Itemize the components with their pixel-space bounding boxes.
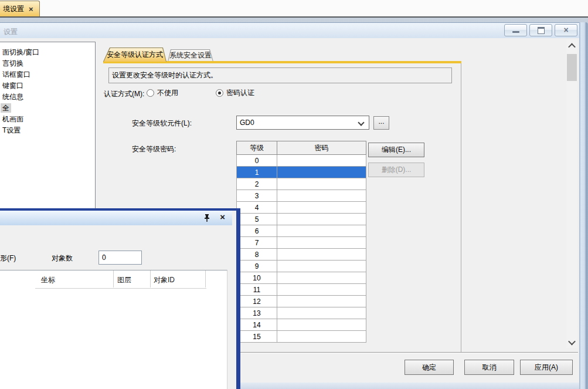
tab-label: 安全等级认证方式 xyxy=(107,50,163,60)
object-list-panel: × 形(F) 对象数 0 坐标 图层 对象ID xyxy=(0,208,240,389)
scrollbar-vertical[interactable] xyxy=(566,40,577,348)
password-table-row[interactable]: 15 xyxy=(237,331,366,343)
tab-system-security[interactable]: 系统安全设置 xyxy=(168,49,213,62)
dialog-titlebar: 设置 xyxy=(0,22,579,39)
chevron-up-icon xyxy=(568,43,576,50)
edit-button[interactable]: 编辑(E)... xyxy=(368,143,424,157)
column-header-level: 等级 xyxy=(237,141,277,155)
screen: 境设置 × 设置 × 面切换/窗口言切换话框窗口键窗口统信息全机画面T设置 安全… xyxy=(0,0,588,389)
radio-label: 不使用 xyxy=(157,88,178,98)
restore-button[interactable] xyxy=(529,24,552,36)
minimize-icon xyxy=(512,31,519,33)
column-header-object-id: 对象ID xyxy=(154,275,175,285)
scroll-up-button[interactable] xyxy=(566,40,577,52)
sidebar-item-label: 统信息 xyxy=(1,92,25,102)
sidebar-item-label: T设置 xyxy=(1,126,22,135)
column-divider xyxy=(205,270,206,287)
sidebar-item[interactable]: 统信息 xyxy=(0,92,95,103)
sidebar-item[interactable]: 键窗口 xyxy=(0,80,95,92)
table-header-row: 等级 密码 xyxy=(237,141,366,155)
document-tab-label: 境设置 xyxy=(3,4,24,14)
column-header-password: 密码 xyxy=(277,141,366,155)
tab-close-icon[interactable]: × xyxy=(29,5,33,13)
radio-label: 密码认证 xyxy=(226,88,254,98)
pin-icon[interactable] xyxy=(204,214,210,222)
object-count-field[interactable]: 0 xyxy=(98,251,142,265)
password-table-row[interactable]: 2 xyxy=(237,178,366,190)
password-table-row[interactable]: 4 xyxy=(237,202,366,214)
scroll-down-button[interactable] xyxy=(566,336,577,348)
password-table-row[interactable]: 14 xyxy=(237,319,366,331)
panel-close-icon[interactable]: × xyxy=(220,212,225,221)
password-table-row[interactable]: 3 xyxy=(237,190,366,202)
sidebar-item[interactable]: T设置 xyxy=(0,125,95,136)
header-underline xyxy=(35,288,206,289)
restore-icon xyxy=(538,27,545,34)
scrollbar-thumb[interactable] xyxy=(567,54,577,81)
window-title: 设置 xyxy=(4,27,18,37)
password-table-row[interactable]: 7 xyxy=(237,237,366,249)
panel-titlebar[interactable]: × xyxy=(0,211,232,225)
password-table-row[interactable]: 8 xyxy=(237,249,366,261)
radio-not-used[interactable]: 不使用 xyxy=(147,88,178,98)
sidebar-item[interactable]: 全 xyxy=(0,103,95,114)
cancel-button[interactable]: 取消 xyxy=(464,360,514,375)
sidebar-item[interactable]: 言切换 xyxy=(0,58,95,69)
radio-icon xyxy=(216,89,223,97)
sidebar-item-label: 言切换 xyxy=(1,59,25,68)
password-table-row[interactable]: 11 xyxy=(237,284,366,296)
password-table-row[interactable]: 1 xyxy=(237,167,366,178)
chevron-down-icon xyxy=(568,337,576,345)
password-level-table: 等级 密码 0 1 2 3 4 5 6 7 8 9 10 11 12 13 14… xyxy=(236,141,366,343)
password-table-row[interactable]: 9 xyxy=(237,261,366,272)
password-table-row[interactable]: 12 xyxy=(237,296,366,307)
password-table-row[interactable]: 5 xyxy=(237,214,366,225)
figure-label: 形(F) xyxy=(0,253,16,263)
sidebar-item-label: 全 xyxy=(1,103,11,113)
sidebar-item[interactable]: 话框窗口 xyxy=(0,69,95,80)
auth-method-label: 认证方式(M): xyxy=(104,89,144,99)
combobox-value: GD0 xyxy=(240,119,254,127)
radio-password-auth[interactable]: 密码认证 xyxy=(216,88,254,98)
security-device-label: 安全等级软元件(L): xyxy=(132,119,192,128)
column-divider xyxy=(150,270,151,287)
password-table-row[interactable]: 0 xyxy=(237,155,366,167)
sidebar-item-label: 机画面 xyxy=(1,114,25,124)
password-table-row[interactable]: 13 xyxy=(237,307,366,319)
security-password-label: 安全等级密码: xyxy=(132,144,176,154)
sidebar-item-label: 键窗口 xyxy=(1,81,25,90)
chevron-down-icon[interactable] xyxy=(358,119,364,126)
close-button[interactable]: × xyxy=(555,24,577,36)
sidebar-item[interactable]: 机画面 xyxy=(0,114,95,125)
sidebar-item[interactable]: 面切换/窗口 xyxy=(0,47,95,58)
security-device-combobox[interactable]: GD0 xyxy=(236,116,369,130)
instruction-text: 设置更改安全等级时的认证方式。 xyxy=(108,67,452,83)
radio-icon xyxy=(147,89,154,97)
column-header-layer: 图层 xyxy=(117,275,131,285)
password-table-row[interactable]: 10 xyxy=(237,272,366,284)
ok-button[interactable]: 确定 xyxy=(405,360,454,375)
tab-security-level-auth[interactable]: 安全等级认证方式 xyxy=(103,48,166,62)
sidebar-item-label: 话框窗口 xyxy=(1,70,32,79)
tab-page-border xyxy=(461,63,461,352)
column-divider xyxy=(113,270,114,287)
document-tab-environment-settings[interactable]: 境设置 × xyxy=(0,1,40,16)
window-right-border xyxy=(579,22,588,389)
document-tab-bar: 境设置 × xyxy=(0,0,588,18)
sidebar-item-label: 面切换/窗口 xyxy=(1,48,41,57)
object-list: 坐标 图层 对象ID xyxy=(0,270,227,389)
password-table-row[interactable]: 6 xyxy=(237,225,366,237)
device-browse-button[interactable]: ... xyxy=(373,116,389,130)
delete-button[interactable]: 删除(D)... xyxy=(368,163,424,177)
apply-button[interactable]: 应用(A) xyxy=(520,360,573,375)
tab-label: 系统安全设置 xyxy=(169,50,212,60)
minimize-button[interactable] xyxy=(504,24,527,36)
close-icon: × xyxy=(563,26,568,34)
column-header-coordinates: 坐标 xyxy=(41,275,55,285)
object-count-label: 对象数 xyxy=(52,253,73,263)
